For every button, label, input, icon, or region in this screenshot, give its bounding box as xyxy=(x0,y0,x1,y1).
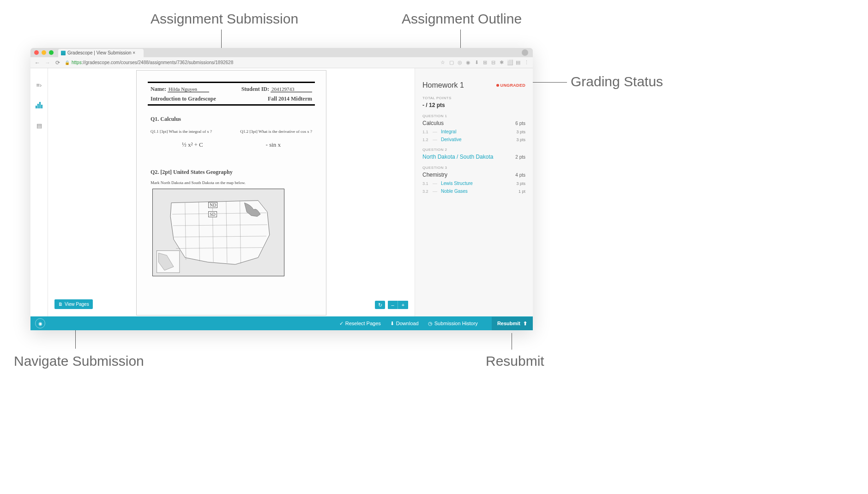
download-button[interactable]: ⬇ Download xyxy=(390,321,419,327)
q1-2-prompt: Q1.2 [3pt] What is the derivative of cos… xyxy=(240,129,312,134)
minimize-window-button[interactable] xyxy=(42,50,46,55)
browser-toolbar: ← → ⟳ 🔒 https://gradescope.com/courses/2… xyxy=(30,57,533,68)
q1-1-answer: ½ x² + C xyxy=(182,141,203,149)
callout-grading-status: Grading Status xyxy=(571,74,663,89)
q3-pts: 4 pts xyxy=(515,173,525,178)
callout-submission: Assignment Submission xyxy=(151,11,298,27)
q1-2-link[interactable]: Derivative xyxy=(441,137,512,142)
address-bar[interactable]: 🔒 https://gradescope.com/courses/2488/as… xyxy=(65,60,437,65)
sub-num: 3.2 xyxy=(422,189,429,194)
ext-icon[interactable]: ▢ xyxy=(449,60,454,65)
dash-icon: — xyxy=(433,129,437,134)
assignment-outline-panel: Homework 1 UNGRADED TOTAL POINTS - / 12 … xyxy=(415,68,533,316)
maximize-window-button[interactable] xyxy=(49,50,54,55)
menu-icon[interactable]: ⋮ xyxy=(524,60,529,65)
ext-icon[interactable]: ⊟ xyxy=(490,60,496,65)
ext-icon[interactable]: ✱ xyxy=(499,60,504,65)
q1-2-pts: 3 pts xyxy=(516,137,525,142)
document-viewer: Name: Hilda Nguyen Student ID: 204129743… xyxy=(48,68,415,316)
star-icon[interactable]: ☆ xyxy=(440,60,445,65)
reselect-label: Reselect Pages xyxy=(345,321,381,326)
back-button[interactable]: ← xyxy=(34,60,41,66)
ext-icon[interactable]: ◉ xyxy=(465,60,471,65)
ext-icon[interactable]: ⊞ xyxy=(482,60,488,65)
view-pages-label: View Pages xyxy=(65,302,89,307)
q1-subquestions: Q1.1 [3pt] What is the integral of x ? Q… xyxy=(151,129,312,134)
doc-header: Name: Hilda Nguyen Student ID: 204129743 xyxy=(151,83,312,94)
reload-button[interactable]: ⟳ xyxy=(54,60,61,66)
total-points-value: - / 12 pts xyxy=(422,102,525,108)
zoom-controls: ↻ – + xyxy=(375,301,408,309)
submission-history-button[interactable]: ◷ Submission History xyxy=(428,321,478,327)
forward-button[interactable]: → xyxy=(44,60,51,66)
ext-icon[interactable]: ⬇ xyxy=(474,60,479,65)
q1-1-prompt: Q1.1 [3pt] What is the integral of x ? xyxy=(151,129,212,134)
zoom-out-button[interactable]: – xyxy=(388,301,398,309)
q2-pts: 2 pts xyxy=(515,155,525,160)
zoom-in-button[interactable]: + xyxy=(398,301,408,309)
rotate-button[interactable]: ↻ xyxy=(375,301,385,309)
callout-navigate: Navigate Submission xyxy=(14,353,144,369)
grading-status-badge: UNGRADED xyxy=(496,83,525,88)
reselect-pages-button[interactable]: ✓ Reselect Pages xyxy=(339,321,381,327)
tab-title: Gradescope | View Submission × xyxy=(67,49,135,57)
q1-name: Calculus xyxy=(422,120,444,126)
term-label: Fall 2014 Midterm xyxy=(268,95,312,102)
upload-icon: ⬆ xyxy=(523,321,527,327)
outline-header: Homework 1 UNGRADED xyxy=(422,81,525,89)
clock-icon: ◷ xyxy=(428,321,433,327)
q1-label: QUESTION 1 xyxy=(422,114,525,118)
profile-avatar-icon[interactable] xyxy=(522,49,528,56)
q3-1-link[interactable]: Lewis Structure xyxy=(441,181,512,186)
us-map-image: ND SD xyxy=(152,189,284,276)
ext-icon[interactable]: ⬜ xyxy=(507,60,512,65)
id-label: Student ID: xyxy=(241,86,269,92)
view-pages-button[interactable]: 🗎 View Pages xyxy=(54,299,93,309)
download-label: Download xyxy=(396,321,419,326)
q1-pts: 6 pts xyxy=(515,121,525,126)
resubmit-label: Resubmit xyxy=(497,321,520,326)
user-icon[interactable]: ◉ xyxy=(35,318,45,328)
submission-page[interactable]: Name: Hilda Nguyen Student ID: 204129743… xyxy=(136,70,326,315)
url-protocol: https xyxy=(72,60,82,65)
callout-resubmit: Resubmit xyxy=(486,353,544,369)
doc-title-row: Introduction to Gradescope Fall 2014 Mid… xyxy=(151,94,312,104)
dash-icon: — xyxy=(433,189,437,194)
q1-1-link[interactable]: Integral xyxy=(441,129,512,134)
titlebar: Gradescope | View Submission × xyxy=(30,48,533,57)
left-sidebar: ≡› ▤ xyxy=(30,68,48,316)
q3-name: Chemistry xyxy=(422,172,447,178)
download-icon: ⬇ xyxy=(390,321,394,327)
q2-label: QUESTION 2 xyxy=(422,148,525,152)
q2-link[interactable]: North Dakota / South Dakota xyxy=(422,154,493,160)
resubmit-button[interactable]: Resubmit ⬆ xyxy=(492,317,533,330)
q3-1-pts: 3 pts xyxy=(516,181,525,186)
ext-icon[interactable]: ▤ xyxy=(515,60,521,65)
dash-icon: — xyxy=(433,181,437,186)
q3-label: QUESTION 3 xyxy=(422,166,525,170)
q1-2-answer: - sin x xyxy=(266,141,281,149)
map-sd-label: SD xyxy=(208,211,217,217)
menu-expand-icon[interactable]: ≡› xyxy=(36,81,43,89)
assignment-title: Homework 1 xyxy=(422,81,464,89)
list-icon[interactable]: ▤ xyxy=(36,122,43,129)
ext-icon[interactable]: ◎ xyxy=(457,60,463,65)
history-label: Submission History xyxy=(434,321,478,326)
status-dot-icon xyxy=(496,84,499,87)
lock-icon: 🔒 xyxy=(65,60,70,65)
q3-2-link[interactable]: Noble Gases xyxy=(441,189,515,194)
close-window-button[interactable] xyxy=(34,50,39,55)
course-title: Introduction to Gradescope xyxy=(151,95,216,102)
q2-desc: Mark North Dakota and South Dakota on th… xyxy=(151,180,312,185)
traffic-lights xyxy=(34,50,54,55)
url-path: ://gradescope.com/courses/2488/assignmen… xyxy=(82,60,234,65)
total-points-label: TOTAL POINTS xyxy=(422,96,525,100)
browser-tab[interactable]: Gradescope | View Submission × xyxy=(58,49,144,57)
document-icon: 🗎 xyxy=(58,302,63,307)
sub-num: 1.2 xyxy=(422,137,429,142)
bottom-action-bar: ◉ ✓ Reselect Pages ⬇ Download ◷ Submissi… xyxy=(30,316,533,330)
browser-window: Gradescope | View Submission × ← → ⟳ 🔒 h… xyxy=(30,48,533,330)
stats-icon[interactable] xyxy=(36,101,43,109)
app-body: ≡› ▤ Name: Hilda Nguyen Student ID: 2041… xyxy=(30,68,533,316)
q1-title: Q1. Calculus xyxy=(151,116,312,123)
